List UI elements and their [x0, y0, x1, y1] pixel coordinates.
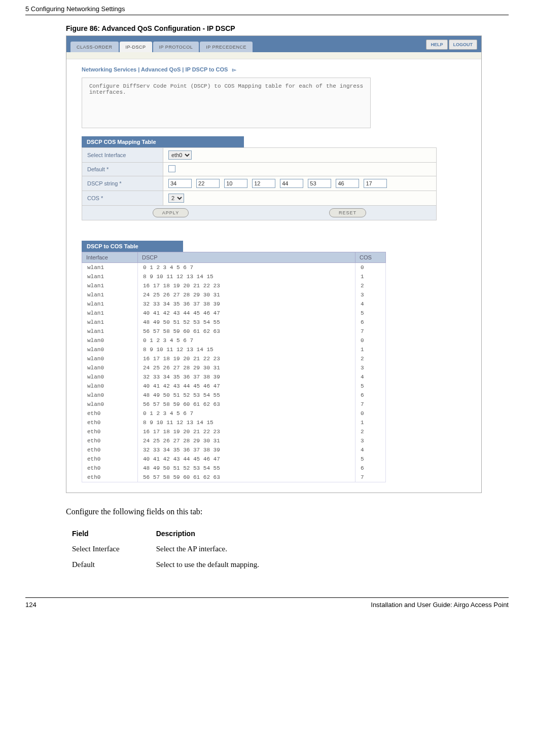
cell-dscp: 56 57 58 59 60 61 62 63 — [138, 400, 355, 409]
cell-dscp: 8 9 10 11 12 13 14 15 — [138, 418, 355, 427]
table-row: eth08 9 10 11 12 13 14 151 — [82, 418, 386, 427]
cell-dscp: 8 9 10 11 12 13 14 15 — [138, 272, 355, 281]
table-row: wlan00 1 2 3 4 5 6 70 — [82, 336, 386, 345]
cell-interface: wlan0 — [82, 400, 138, 409]
cell-dscp: 40 41 42 43 44 45 46 47 — [138, 309, 355, 318]
cell-interface: eth0 — [82, 455, 138, 464]
table-row: eth056 57 58 59 60 61 62 637 — [82, 473, 386, 482]
table-row: wlan056 57 58 59 60 61 62 637 — [82, 400, 386, 409]
cell-dscp: 0 1 2 3 4 5 6 7 — [138, 336, 355, 345]
table-row: eth00 1 2 3 4 5 6 70 — [82, 409, 386, 418]
table-row: wlan024 25 26 27 28 29 30 313 — [82, 363, 386, 372]
field-description-table: Field Description Select Interface Selec… — [71, 525, 296, 573]
page-number: 124 — [25, 601, 37, 609]
panel-mapping-title: DSCP COS Mapping Table — [82, 136, 244, 147]
cell-cos: 1 — [355, 272, 386, 281]
chevron-icon: ▻ — [232, 67, 236, 72]
table-row: wlan18 9 10 11 12 13 14 151 — [82, 272, 386, 281]
table-row: wlan048 49 50 51 52 53 54 556 — [82, 391, 386, 400]
table-row: eth048 49 50 51 52 53 54 556 — [82, 464, 386, 473]
screenshot-panel: CLASS-ORDER IP-DSCP IP PROTOCOL IP PRECE… — [66, 35, 482, 493]
cell-interface: wlan1 — [82, 290, 138, 299]
cell-cos: 3 — [355, 290, 386, 299]
apply-button[interactable]: APPLY — [153, 208, 189, 217]
col-field: Field — [72, 526, 155, 541]
cell-cos: 1 — [355, 345, 386, 354]
table-row: Select Interface Select the AP interface… — [72, 542, 295, 556]
tab-ip-dscp[interactable]: IP-DSCP — [120, 42, 152, 52]
cell-dscp: 16 17 18 19 20 21 22 23 — [138, 427, 355, 436]
cell-dscp: 24 25 26 27 28 29 30 31 — [138, 363, 355, 372]
cell-dscp: 32 33 34 35 36 37 38 39 — [138, 299, 355, 309]
cell-interface: wlan1 — [82, 299, 138, 309]
checkbox-default[interactable] — [168, 165, 175, 172]
cell-dscp: 0 1 2 3 4 5 6 7 — [138, 263, 355, 273]
tab-class-order[interactable]: CLASS-ORDER — [70, 42, 119, 52]
cell-cos: 7 — [355, 400, 386, 409]
label-dscp-string: DSCP string * — [82, 176, 163, 191]
select-interface[interactable]: eth0 — [168, 150, 192, 160]
cell-interface: wlan1 — [82, 318, 138, 327]
cell-dscp: 8 9 10 11 12 13 14 15 — [138, 345, 355, 354]
cell-cos: 6 — [355, 464, 386, 473]
dscp-string-row — [163, 176, 437, 191]
dscp-input-1[interactable] — [196, 179, 220, 188]
table-row: wlan10 1 2 3 4 5 6 70 — [82, 263, 386, 273]
cell-cos: 4 — [355, 372, 386, 382]
reset-button[interactable]: RESET — [329, 208, 366, 217]
cell-interface: wlan1 — [82, 263, 138, 273]
cell-dscp: 24 25 26 27 28 29 30 31 — [138, 436, 355, 445]
table-row: wlan040 41 42 43 44 45 46 475 — [82, 382, 386, 391]
mapping-form: Select Interface eth0 Default * DSCP str… — [82, 147, 437, 206]
cell-dscp: 48 49 50 51 52 53 54 55 — [138, 464, 355, 473]
cell-dscp: 32 33 34 35 36 37 38 39 — [138, 445, 355, 455]
breadcrumb: Networking Services | Advanced QoS | IP … — [82, 66, 466, 72]
label-cos: COS * — [82, 191, 163, 206]
tab-bar: CLASS-ORDER IP-DSCP IP PROTOCOL IP PRECE… — [66, 36, 481, 52]
label-default: Default * — [82, 163, 163, 176]
col-dscp: DSCP — [138, 252, 355, 263]
dscp-input-0[interactable] — [168, 179, 192, 188]
dscp-input-6[interactable] — [336, 179, 359, 188]
cell-dscp: 56 57 58 59 60 61 62 63 — [138, 327, 355, 336]
table-row: wlan124 25 26 27 28 29 30 313 — [82, 290, 386, 299]
tab-ip-protocol[interactable]: IP PROTOCOL — [153, 42, 199, 52]
cell-cos: 2 — [355, 427, 386, 436]
table-row: wlan016 17 18 19 20 21 22 232 — [82, 354, 386, 363]
body-intro-text: Configure the following fields on this t… — [66, 507, 509, 516]
cell-interface: eth0 — [82, 473, 138, 482]
cell-cos: 0 — [355, 263, 386, 273]
cell-interface: wlan1 — [82, 281, 138, 290]
cell-cos: 2 — [355, 354, 386, 363]
tab-ip-precedence[interactable]: IP PRECEDENCE — [200, 42, 253, 52]
cell-interface: wlan1 — [82, 272, 138, 281]
cell-interface: eth0 — [82, 409, 138, 418]
cell-cos: 2 — [355, 281, 386, 290]
cell-interface: eth0 — [82, 445, 138, 455]
cell-dscp: 32 33 34 35 36 37 38 39 — [138, 372, 355, 382]
cell-cos: 1 — [355, 418, 386, 427]
cell-cos: 0 — [355, 409, 386, 418]
dscp-cos-table: Interface DSCP COS wlan10 1 2 3 4 5 6 70… — [82, 252, 386, 482]
cell-cos: 5 — [355, 382, 386, 391]
cell-cos: 0 — [355, 336, 386, 345]
dscp-input-5[interactable] — [308, 179, 331, 188]
cell-interface: eth0 — [82, 427, 138, 436]
cell-interface: eth0 — [82, 464, 138, 473]
help-button[interactable]: HELP — [426, 40, 447, 50]
cell-dscp: 48 49 50 51 52 53 54 55 — [138, 318, 355, 327]
table-row: eth032 33 34 35 36 37 38 394 — [82, 445, 386, 455]
select-cos[interactable]: 2 — [168, 194, 184, 203]
logout-button[interactable]: LOGOUT — [449, 40, 478, 50]
cell-cos: 6 — [355, 318, 386, 327]
table-row: eth040 41 42 43 44 45 46 475 — [82, 455, 386, 464]
dscp-input-3[interactable] — [252, 179, 275, 188]
dscp-input-7[interactable] — [364, 179, 387, 188]
cell-interface: wlan0 — [82, 345, 138, 354]
page-footer: 124 Installation and User Guide: Airgo A… — [25, 597, 509, 609]
table-row: wlan148 49 50 51 52 53 54 556 — [82, 318, 386, 327]
dscp-input-4[interactable] — [280, 179, 303, 188]
table-row: wlan08 9 10 11 12 13 14 151 — [82, 345, 386, 354]
dscp-input-2[interactable] — [224, 179, 247, 188]
cell-cos: 5 — [355, 309, 386, 318]
